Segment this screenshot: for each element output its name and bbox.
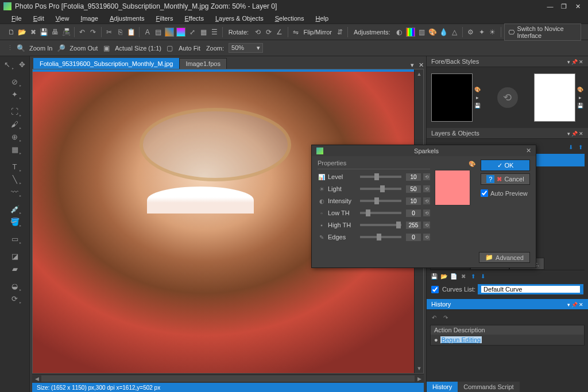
pin-icon[interactable]: 📌 [571,59,578,65]
adj-light-icon[interactable]: ☀ [488,27,497,37]
curve-new-icon[interactable]: 📄 [450,272,458,280]
layers-panel-header[interactable]: Layers & Objects ▾📌✕ [427,128,588,139]
open-icon[interactable]: 📂 [18,27,26,37]
menu-effects[interactable]: Effects [180,14,208,23]
adj-star-icon[interactable]: ✦ [477,27,486,37]
rotate-angle-icon[interactable]: ∠ [275,27,284,37]
prop-edges-slider[interactable] [360,236,401,238]
bg-save-icon[interactable]: 💾 [577,102,583,109]
eraser-tool[interactable]: ◪ [8,250,22,262]
close-icon[interactable]: ✕ [579,302,583,308]
print-icon[interactable]: 🖶 [51,27,60,37]
menu-view[interactable]: View [51,14,74,23]
flip-mirror-link[interactable]: Flip/Mirror [303,29,334,36]
layer-down-icon[interactable]: ⬇ [567,143,575,151]
undo-icon[interactable]: ↶ [78,27,87,37]
background-swatch[interactable] [534,73,575,122]
auto-preview-checkbox[interactable] [481,189,488,197]
preview-swatch[interactable] [435,170,470,205]
prop-light-slider[interactable] [360,188,401,190]
flip-v-icon[interactable]: ⇵ [335,27,344,37]
bottom-tab-history[interactable]: History [427,382,458,392]
layers-icon[interactable]: ▤ [154,27,163,37]
line-tool[interactable]: ╲▸ [8,173,22,185]
gradient-b-icon[interactable] [176,27,185,37]
cut-icon[interactable]: ✂ [105,27,114,37]
close-button[interactable]: ✕ [571,1,585,11]
tab-active[interactable]: Fotolia_95319600_Subscription_Monthly_M.… [33,58,179,69]
curves-enabled-checkbox[interactable] [431,286,439,293]
prop-lowth-value[interactable]: 0 [406,209,421,217]
adj-contrast-icon[interactable]: ◐ [395,27,404,37]
text-tool[interactable]: T▸ [8,161,22,172]
paste-icon[interactable]: 📋 [127,27,136,37]
chevron-down-icon[interactable]: ▾ [567,131,570,137]
horizontal-scrollbar[interactable]: ◀ ▶ [32,374,424,383]
foreback-panel-header[interactable]: Fore/Back Styles ▾📌✕ [427,56,588,67]
shape-tool[interactable]: ▭▸ [8,233,22,244]
bottom-tab-commands[interactable]: Commands Script [458,382,519,392]
adj-auto-icon[interactable]: ⚙ [466,27,475,37]
brush-tool[interactable]: 🖌▸ [8,118,22,130]
prop-lowth-reset-icon[interactable]: ⟲ [423,209,430,216]
stamp-tool[interactable]: ⊕▸ [8,131,22,142]
history-panel-header[interactable]: History ▾📌✕ [427,299,588,310]
menu-edit[interactable]: Edit [29,14,49,23]
curve-up-icon[interactable]: ⬆ [469,272,477,280]
smudge-tool[interactable]: ▰ [8,263,22,274]
pin-icon[interactable]: 📌 [571,302,578,308]
tab-inactive[interactable]: Image1.fpos [179,58,227,69]
crop-tool[interactable]: ⛶▸ [8,106,22,117]
prop-highth-value[interactable]: 255 [406,222,421,229]
close-doc-icon[interactable]: ✖ [29,27,37,37]
zoom-select[interactable]: 50%▾ [229,43,263,53]
prop-intensity-value[interactable]: 10 [406,197,421,205]
swap-colors-button[interactable]: ⟲ [497,87,518,108]
menu-adjustments[interactable]: Adjustments [105,14,149,23]
prop-level-value[interactable]: 10 [406,173,421,181]
batch-icon[interactable]: ☰ [210,27,219,37]
rotate-right-icon[interactable]: ⟳ [264,27,273,37]
history-item[interactable]: ● Begun Editing [431,335,584,345]
ok-button[interactable]: ✓OK [481,160,530,171]
bg-picker-icon[interactable]: 🎨 [577,86,583,93]
menu-help[interactable]: Help [311,14,333,23]
prop-highth-reset-icon[interactable]: ⟲ [423,222,430,228]
minimize-button[interactable]: — [543,1,557,11]
prop-level-slider[interactable] [360,176,401,178]
adj-sharp-icon[interactable]: △ [450,27,459,37]
curve-del-icon[interactable]: ✖ [459,272,467,280]
bg-arrow-icon[interactable]: ▸ [577,94,583,101]
pin-icon[interactable]: 📌 [571,131,578,137]
chevron-down-icon[interactable]: ▾ [567,302,570,308]
zoom-in-link[interactable]: Zoom In [28,45,53,52]
calc-icon[interactable]: ▦ [199,27,208,37]
prop-edges-reset-icon[interactable]: ⟲ [423,234,430,240]
prop-highth-slider[interactable] [360,224,401,226]
fg-save-icon[interactable]: 💾 [474,102,481,109]
maximize-button[interactable]: ❐ [557,1,571,11]
copy-icon[interactable]: ⎘ [116,27,125,37]
scan-icon[interactable]: 📠 [62,27,71,37]
prop-light-value[interactable]: 50 [406,185,421,193]
auto-fit-link[interactable]: Auto Fit [177,45,202,52]
foreground-swatch[interactable] [431,73,473,122]
adj-color-icon[interactable]: 🎨 [428,27,437,37]
fg-arrow-icon[interactable]: ▸ [474,94,481,101]
scroll-right-icon[interactable]: ▶ [415,374,424,383]
rotate-left-icon[interactable]: ⟲ [253,27,262,37]
pattern-tool[interactable]: ▦▸ [8,143,22,155]
healing-tool[interactable]: ◒▸ [8,280,22,292]
dialog-titlebar[interactable]: Sparkels ✕ [312,145,536,156]
redo-icon[interactable]: ↷ [89,27,98,37]
menu-layers-objects[interactable]: Layers & Objects [211,14,268,23]
scroll-down-icon[interactable]: ▼ [415,364,424,373]
prop-edges-value[interactable]: 0 [406,234,421,241]
resize-icon[interactable]: ⤢ [188,27,196,37]
lasso-tool[interactable]: ⊘▸ [8,76,22,87]
menu-file[interactable]: File [7,14,26,23]
prop-level-reset-icon[interactable]: ⟲ [423,173,430,180]
actual-size-icon[interactable]: ▣ [101,43,111,53]
curve-tool[interactable]: 〰▸ [8,186,22,197]
novice-interface-button[interactable]: 🖵 Switch to Novice Interface [504,24,581,41]
